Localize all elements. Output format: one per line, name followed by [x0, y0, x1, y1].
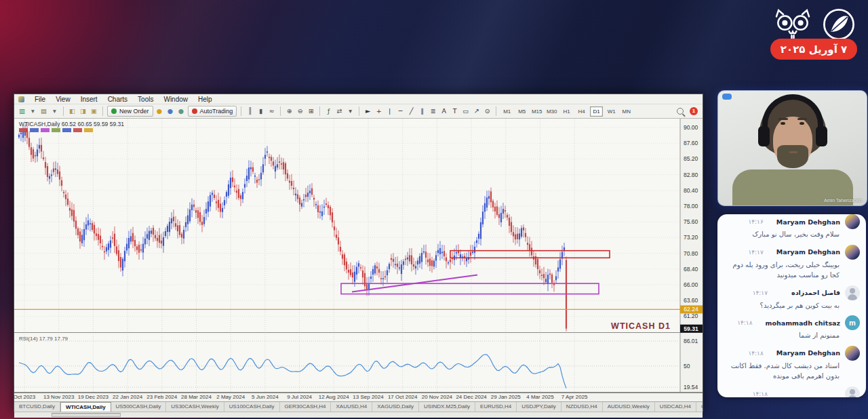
svg-text:70.80: 70.80: [684, 250, 698, 257]
toolbar-separator: [63, 106, 64, 116]
zoom-out-icon[interactable]: ⊖: [296, 106, 304, 116]
time-axis-label: 13 Nov 2023: [43, 394, 74, 400]
chart-canvas[interactable]: 90.0087.6085.2082.8080.4078.0075.6073.20…: [14, 119, 703, 393]
timeframe-w1-button[interactable]: W1: [605, 106, 618, 117]
trendline-icon[interactable]: ╱: [407, 106, 416, 116]
chart-tab-usindx.m25[interactable]: USINDX.M25,Daily: [419, 402, 475, 412]
window-cascade-icon[interactable]: ◧: [68, 106, 77, 116]
autotrading-button-icon: [192, 108, 197, 114]
time-axis: Oct 202313 Nov 202319 Dec 202322 Jan 202…: [14, 393, 703, 401]
label-icon[interactable]: T: [450, 106, 459, 116]
chart-tab-wticash[interactable]: WTICASH,Daily: [60, 402, 111, 412]
chat-message-author: فاضل احمدزاده: [781, 289, 840, 296]
chat-panel[interactable]: ۱۴:۱۶Maryam Dehghanسلام وقت بخیر، سال نو…: [717, 214, 866, 397]
bar-chart-icon[interactable]: ║: [245, 106, 254, 116]
chat-message: ۱۴:۱۷فاضل احمدزادهبه بیت کوین هم بر میگر…: [724, 286, 860, 311]
avatar: [845, 245, 860, 260]
chart-tab-us30cash[interactable]: US30CASH,Weekly: [166, 402, 224, 412]
chart-tab-us100cash[interactable]: US100CASH,Daily: [224, 402, 280, 412]
chart-list-icon[interactable]: ▣: [90, 106, 98, 116]
timeframe-m1-button[interactable]: M1: [500, 106, 513, 117]
chart-tab-usdcad[interactable]: USDCAD,H4: [655, 402, 696, 412]
chart-tab-eurusd[interactable]: EURUSD,H4: [475, 402, 517, 412]
chart-tab-btcusd[interactable]: BTCUSD,Daily: [14, 402, 60, 412]
horizontal-line-icon[interactable]: ─: [396, 106, 405, 116]
svg-text:63.60: 63.60: [684, 297, 698, 304]
svg-text:87.60: 87.60: [684, 140, 698, 146]
shapes-icon[interactable]: ▭: [461, 106, 470, 116]
templates-icon[interactable]: ▾: [346, 106, 355, 116]
timeframe-m5-button[interactable]: M5: [515, 106, 528, 117]
cycle-lines-icon[interactable]: ⊙: [483, 106, 492, 116]
timeframe-h4-button[interactable]: H4: [575, 106, 588, 117]
webcam-corner-badge: [722, 94, 732, 100]
menu-insert[interactable]: Insert: [81, 96, 98, 103]
candle-chart-icon[interactable]: ▮: [256, 106, 265, 116]
menu-help[interactable]: Help: [198, 96, 212, 103]
chart-tab-xauusd[interactable]: XAUUSD,H4: [331, 402, 372, 412]
avatar: [845, 214, 860, 229]
chevron-down-icon[interactable]: ▾: [28, 106, 37, 116]
cursor-icon[interactable]: ►: [363, 106, 372, 116]
indicators-icon[interactable]: ƒ: [324, 106, 333, 116]
periods-icon[interactable]: ⇄: [335, 106, 344, 116]
autotrading-button[interactable]: AutoTrading: [188, 106, 237, 117]
channel-logos: [772, 7, 861, 42]
line-chart-icon[interactable]: ≈: [267, 106, 276, 116]
time-axis-label: 13 Sep 2024: [353, 394, 383, 400]
channel-icon[interactable]: ∥: [418, 106, 427, 116]
new-order-button[interactable]: New Order: [107, 106, 153, 117]
svg-text:90.00: 90.00: [684, 124, 698, 131]
headphone-earcup-icon: [758, 126, 770, 146]
timeframe-d1-button[interactable]: D1: [590, 106, 603, 117]
crosshair-icon[interactable]: +: [374, 106, 383, 116]
metatrader-window: FileViewInsertChartsToolsWindowHelp ▥▾▤▾…: [14, 94, 703, 412]
time-axis-label: 2 May 2024: [216, 394, 245, 400]
arrow-icon[interactable]: ↗: [472, 106, 481, 116]
time-axis-label: 17 Oct 2024: [388, 394, 418, 400]
timeframe-m15-button[interactable]: M15: [530, 106, 543, 117]
svg-text:62.24: 62.24: [684, 306, 698, 313]
chart-tab-gbpusd[interactable]: GBPUSD,D: [696, 402, 703, 412]
search-icon[interactable]: [677, 108, 684, 115]
menu-view[interactable]: View: [56, 96, 71, 103]
svg-text:75.60: 75.60: [684, 218, 698, 225]
chat-message-time: ۱۴:۱۸: [753, 391, 768, 397]
new-chart-icon[interactable]: ▥: [18, 106, 26, 116]
window-tile-icon[interactable]: ◨: [79, 106, 87, 116]
svg-text:66.00: 66.00: [684, 281, 698, 288]
vertical-line-icon[interactable]: |: [385, 106, 394, 116]
chart-tab-audusd[interactable]: AUDUSD,Weekly: [603, 402, 655, 412]
time-axis-label: 29 Jan 2025: [491, 394, 521, 400]
stream-frame: ۷ آوریل ۲۰۲۵ FileViewInsertChartsToolsWi…: [0, 0, 868, 419]
chart-tab-nzdusd[interactable]: NZDUSD,H4: [561, 402, 603, 412]
chevron-down-icon[interactable]: ▾: [50, 106, 59, 116]
chart-tab-ger30cash[interactable]: GER30CASH,H4: [280, 402, 332, 412]
profiles-icon[interactable]: ▤: [39, 106, 48, 116]
contacts-icon[interactable]: ●: [166, 106, 175, 116]
timeframe-h1-button[interactable]: H1: [560, 106, 573, 117]
chart-tab-xagusd[interactable]: XAGUSD,Daily: [372, 402, 419, 412]
menu-file[interactable]: File: [35, 96, 45, 103]
fibonacci-icon[interactable]: ≣: [429, 106, 437, 116]
svg-text:80.40: 80.40: [684, 187, 698, 194]
chart-tab-us500cash[interactable]: US500CASH,Daily: [111, 402, 167, 412]
avatar: [845, 346, 860, 361]
time-axis-label: 20 Nov 2024: [422, 394, 452, 400]
chart-tab-usdjpy[interactable]: USDJPY,Daily: [517, 402, 561, 412]
market-watch-icon[interactable]: ●: [177, 106, 186, 116]
chat-message-header: ۱۴:۱۷Maryam Dehghan: [724, 245, 860, 259]
chat-message-time: ۱۴:۱۷: [748, 249, 763, 256]
presenter-mouth: [789, 151, 797, 153]
menu-tools[interactable]: Tools: [138, 96, 153, 103]
timeframe-m30-button[interactable]: M30: [545, 106, 558, 117]
tile-windows-icon[interactable]: ⊞: [307, 106, 315, 116]
history-center-icon[interactable]: ●: [155, 106, 164, 116]
svg-text:86.01: 86.01: [684, 338, 698, 344]
notification-badge[interactable]: 1: [690, 107, 698, 115]
zoom-in-icon[interactable]: ⊕: [285, 106, 294, 116]
menu-charts[interactable]: Charts: [108, 96, 127, 103]
text-icon[interactable]: A: [439, 106, 448, 116]
timeframe-mn-button[interactable]: MN: [620, 106, 633, 117]
menu-window[interactable]: Window: [163, 96, 188, 103]
